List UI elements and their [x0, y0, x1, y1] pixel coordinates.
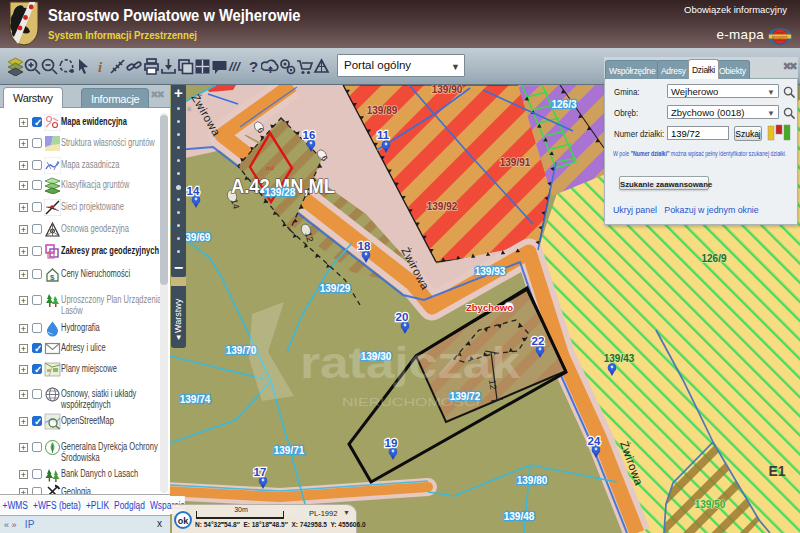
svg-text:126/3: 126/3: [551, 99, 576, 110]
svg-text:139/93: 139/93: [475, 266, 506, 277]
svg-text:?: ?: [249, 58, 258, 75]
svg-text:m2: m2: [266, 165, 275, 171]
svg-text:19: 19: [385, 437, 398, 449]
svg-text:139/43: 139/43: [604, 353, 635, 364]
svg-text:geosystem: geosystem: [772, 35, 788, 39]
svg-text:139/91: 139/91: [500, 157, 531, 168]
svg-text:139/90: 139/90: [432, 85, 463, 95]
svg-text:139/74: 139/74: [180, 394, 211, 405]
svg-text:Zbychowo: Zbychowo: [466, 302, 513, 313]
svg-text:139/80: 139/80: [517, 475, 548, 486]
svg-text:139/50: 139/50: [695, 499, 726, 510]
svg-text:139/71: 139/71: [274, 445, 305, 456]
svg-text:24: 24: [588, 435, 601, 447]
svg-text:ratajczak: ratajczak: [300, 338, 521, 387]
svg-text:i: i: [98, 59, 103, 75]
svg-text:139/92: 139/92: [427, 201, 458, 212]
svg-text:$: $: [50, 272, 55, 281]
svg-text:///: ///: [228, 59, 241, 74]
svg-text:✳: ✳: [186, 105, 193, 114]
svg-text:126/9: 126/9: [701, 253, 726, 264]
svg-text:20: 20: [396, 311, 409, 323]
svg-text:E1: E1: [768, 463, 785, 479]
svg-text:139/28: 139/28: [265, 187, 296, 198]
svg-text:NIERUCHOMOŚCI: NIERUCHOMOŚCI: [342, 396, 480, 408]
svg-text:16: 16: [303, 129, 316, 141]
svg-text:17: 17: [254, 466, 267, 478]
svg-text:11: 11: [377, 129, 390, 141]
svg-text:14: 14: [187, 185, 200, 197]
svg-text:139/89: 139/89: [367, 105, 398, 116]
svg-text:22: 22: [532, 335, 545, 347]
svg-text:139/29: 139/29: [320, 283, 351, 294]
svg-text:139/48: 139/48: [504, 511, 535, 522]
svg-text:18: 18: [358, 240, 371, 252]
